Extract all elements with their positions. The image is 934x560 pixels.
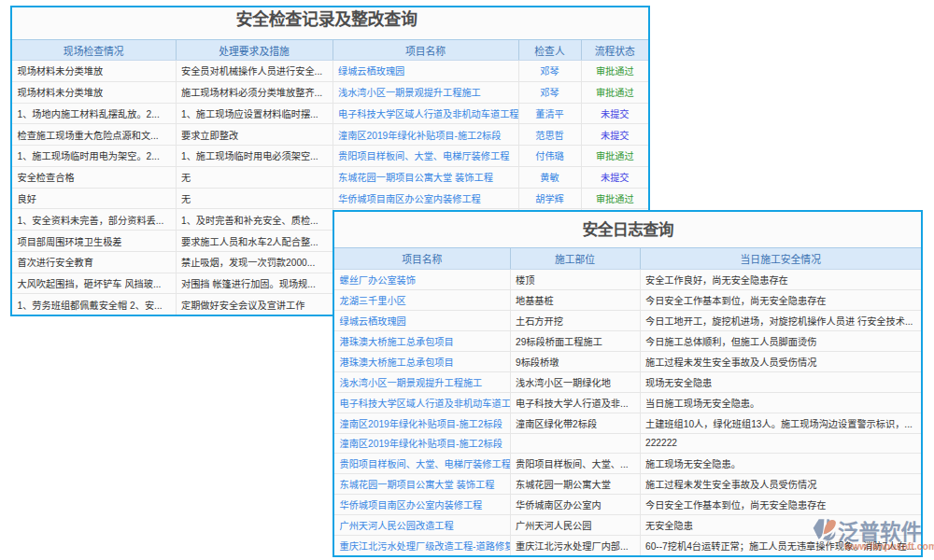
svg-text:www.fanpusoft.com: www.fanpusoft.com	[843, 540, 934, 552]
